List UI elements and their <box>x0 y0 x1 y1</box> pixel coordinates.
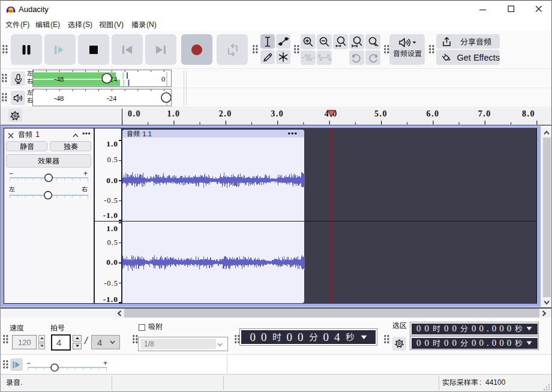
svg-text:-48: -48 <box>54 75 64 83</box>
svg-text:-48: -48 <box>54 94 64 103</box>
svg-text:0: 0 <box>161 75 165 83</box>
svg-text:-24: -24 <box>107 94 117 103</box>
